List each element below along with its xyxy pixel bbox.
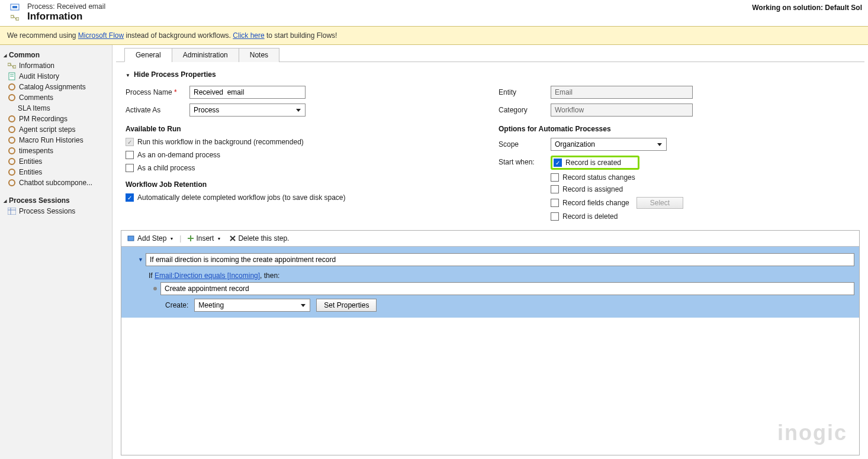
gear-ring-icon — [8, 157, 16, 166]
sidebar-item-comments[interactable]: Comments — [7, 92, 107, 103]
run-background-label: Run this workflow in the background (rec… — [137, 138, 304, 146]
svg-point-9 — [9, 84, 15, 90]
process-breadcrumb: Process: Received email — [27, 2, 752, 11]
sidebar-item-timespents[interactable]: timespents — [7, 146, 107, 156]
available-to-run-header: Available to Run — [126, 125, 445, 133]
sidebar-item-audit-history[interactable]: Audit History — [7, 71, 107, 82]
svg-rect-4 — [8, 63, 11, 66]
scope-label: Scope — [499, 140, 546, 148]
process-name-input[interactable] — [189, 86, 306, 99]
record-created-checkbox[interactable] — [554, 159, 562, 167]
if-condition-line: If Email:Direction equals [Incoming], th… — [138, 268, 854, 282]
doc-icon — [8, 72, 15, 80]
grid-icon — [8, 208, 16, 215]
sidebar-item-agent-script-steps[interactable]: Agent script steps — [7, 124, 107, 135]
category-field — [551, 104, 693, 117]
auto-delete-checkbox[interactable] — [126, 193, 134, 202]
auto-delete-label: Automatically delete completed workflow … — [137, 193, 346, 202]
tab-general[interactable]: General — [124, 48, 172, 62]
click-here-link[interactable]: Click here — [233, 31, 264, 40]
record-fields-checkbox[interactable] — [551, 199, 559, 207]
svg-point-12 — [9, 127, 15, 132]
record-created-label: Record is created — [565, 159, 621, 167]
svg-point-15 — [9, 159, 15, 164]
record-deleted-checkbox[interactable] — [551, 212, 559, 221]
process-name-label: Process Name * — [126, 88, 185, 96]
add-step-icon — [127, 235, 136, 242]
set-properties-button[interactable]: Set Properties — [316, 299, 377, 312]
svg-point-11 — [9, 116, 15, 122]
tab-administration[interactable]: Administration — [172, 48, 239, 62]
recommendation-banner: We recommend using Microsoft Flow instea… — [0, 26, 868, 45]
svg-point-13 — [9, 137, 15, 143]
record-fields-label: Record fields change — [562, 199, 629, 207]
close-icon — [229, 235, 236, 242]
sidebar-section-process-sessions[interactable]: Process Sessions — [4, 194, 107, 206]
svg-rect-21 — [128, 236, 134, 241]
sidebar-item-entities-2[interactable]: Entities — [7, 167, 107, 177]
sidebar: Common Information Audit History Catalog… — [0, 45, 112, 459]
workflow-job-retention-header: Workflow Job Retention — [126, 180, 445, 189]
activate-as-label: Activate As — [126, 106, 185, 114]
designer-toolbar: Add Step▼ | Insert▼ Delete this step. — [121, 231, 859, 247]
svg-point-14 — [9, 148, 15, 154]
tab-notes[interactable]: Notes — [239, 48, 279, 62]
options-automatic-header: Options for Automatic Processes — [499, 125, 855, 133]
solution-label: Working on solution: Default Sol — [752, 2, 862, 12]
child-process-label: As a child process — [137, 164, 195, 172]
sidebar-item-chatbot-subcomponents[interactable]: Chatbot subcompone... — [7, 177, 107, 188]
insert-button[interactable]: Insert▼ — [185, 233, 223, 244]
bullet-icon — [153, 287, 157, 290]
activate-as-select[interactable]: Process — [189, 104, 306, 117]
svg-point-10 — [9, 95, 15, 101]
hide-process-properties-toggle[interactable]: Hide Process Properties — [126, 70, 855, 79]
if-step-description-input[interactable] — [146, 253, 854, 266]
insert-icon — [187, 235, 194, 242]
on-demand-checkbox[interactable] — [126, 151, 134, 159]
header: Process: Received email Information Work… — [0, 0, 868, 26]
gear-ring-icon — [8, 93, 16, 102]
entity-field — [551, 86, 693, 99]
gear-ring-icon — [8, 147, 16, 155]
add-step-button[interactable]: Add Step▼ — [125, 233, 176, 244]
on-demand-label: As an on-demand process — [137, 151, 220, 159]
workflow-icon — [9, 4, 20, 12]
entity-label: Entity — [499, 88, 546, 96]
sidebar-item-pm-recordings[interactable]: PM Recordings — [7, 114, 107, 124]
sidebar-item-process-sessions[interactable]: Process Sessions — [7, 206, 107, 216]
sidebar-section-common[interactable]: Common — [4, 49, 107, 60]
svg-point-16 — [9, 169, 15, 175]
sidebar-item-information[interactable]: Information — [7, 60, 107, 71]
record-status-checkbox[interactable] — [551, 173, 559, 182]
svg-rect-18 — [8, 208, 16, 215]
run-background-checkbox — [126, 138, 134, 146]
create-label: Create: — [165, 301, 188, 309]
sidebar-item-entities-1[interactable]: Entities — [7, 156, 107, 167]
child-process-checkbox[interactable] — [126, 164, 134, 172]
process-icon — [11, 14, 19, 21]
substep-description-input[interactable] — [160, 282, 854, 295]
delete-step-button[interactable]: Delete this step. — [227, 233, 291, 244]
record-assigned-label: Record is assigned — [562, 185, 623, 193]
ms-flow-link[interactable]: Microsoft Flow — [78, 31, 124, 40]
create-entity-select[interactable]: Meeting — [194, 299, 310, 312]
sidebar-item-catalog-assignments[interactable]: Catalog Assignments — [7, 82, 107, 92]
record-assigned-checkbox[interactable] — [551, 185, 559, 193]
step-caret-icon[interactable]: ▼ — [138, 257, 143, 263]
step-designer: Add Step▼ | Insert▼ Delete this step. ▼ … — [121, 230, 860, 455]
main-content: General Administration Notes Hide Proces… — [112, 45, 868, 459]
sidebar-item-macro-run-histories[interactable]: Macro Run Histories — [7, 135, 107, 146]
process-icon — [8, 62, 16, 69]
gear-ring-icon — [8, 83, 16, 91]
gear-ring-icon — [8, 179, 16, 187]
condition-link[interactable]: Email:Direction equals [Incoming] — [155, 271, 260, 280]
record-status-label: Record status changes — [562, 173, 635, 182]
category-label: Category — [499, 106, 546, 114]
gear-ring-icon — [8, 168, 16, 176]
scope-select[interactable]: Organization — [551, 138, 667, 151]
tabs: General Administration Notes — [116, 47, 864, 62]
svg-point-17 — [9, 180, 15, 186]
record-deleted-label: Record is deleted — [562, 212, 618, 221]
sidebar-item-sla-items[interactable]: SLA Items — [7, 103, 107, 114]
gear-ring-icon — [8, 115, 16, 123]
